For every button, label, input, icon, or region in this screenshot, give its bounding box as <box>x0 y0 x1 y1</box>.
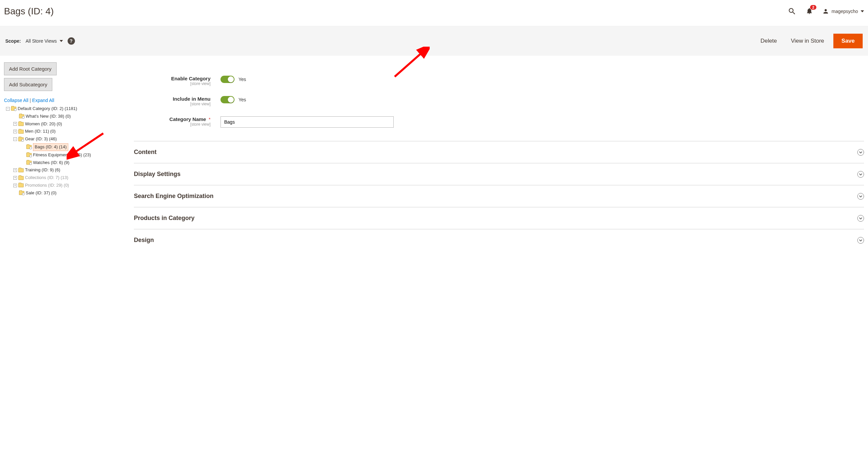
search-icon[interactable] <box>788 7 796 16</box>
expand-all-link[interactable]: Expand All <box>32 98 54 103</box>
tree-node-training[interactable]: + Training (ID: 9) (6) <box>13 166 127 174</box>
tree-node-bags[interactable]: Bags (ID: 4) (14) <box>21 143 127 151</box>
tree-node-whats-new[interactable]: What's New (ID: 38) (0) <box>13 113 127 120</box>
tree-node-gear[interactable]: − Gear (ID: 3) (46) <box>13 135 127 143</box>
caret-down-icon <box>861 10 864 12</box>
scope-value: All Store Views <box>26 38 57 44</box>
tree-expand-icon[interactable]: + <box>13 168 17 172</box>
fieldset-products-in-category[interactable]: Products in Category <box>134 207 864 229</box>
save-button[interactable]: Save <box>833 34 863 48</box>
folder-icon <box>26 145 32 149</box>
user-icon <box>823 8 829 15</box>
caret-down-icon <box>60 40 63 42</box>
view-in-store-button[interactable]: View in Store <box>786 35 829 47</box>
fieldset-display-settings[interactable]: Display Settings <box>134 163 864 185</box>
category-name-label: Category Name <box>169 116 206 122</box>
tree-node-sale[interactable]: Sale (ID: 37) (0) <box>13 189 127 197</box>
folder-icon <box>26 161 32 165</box>
chevron-down-icon <box>857 215 864 222</box>
tree-expand-icon[interactable]: + <box>13 122 17 126</box>
folder-icon <box>26 153 32 157</box>
username: magepsycho <box>832 9 858 14</box>
action-bar: Scope: All Store Views ? Delete View in … <box>0 26 868 56</box>
tree-node-default-category[interactable]: − Default Category (ID: 2) (1181) <box>6 105 127 113</box>
folder-icon <box>18 168 24 172</box>
tree-expand-icon[interactable]: + <box>13 130 17 133</box>
folder-icon <box>19 191 24 195</box>
add-subcategory-button[interactable]: Add Subcategory <box>4 78 52 91</box>
tree-node-men[interactable]: + Men (ID: 11) (0) <box>13 128 127 135</box>
add-root-category-button[interactable]: Add Root Category <box>4 62 57 75</box>
chevron-down-icon <box>857 193 864 200</box>
chevron-down-icon <box>857 149 864 156</box>
field-enable-category: Enable Category [store view] Yes <box>134 76 407 86</box>
tree-collapse-icon[interactable]: − <box>13 137 17 141</box>
page-header: Bags (ID: 4) 2 magepsycho <box>0 0 868 26</box>
sidebar: Add Root Category Add Subcategory Collap… <box>4 62 127 251</box>
tree-node-promotions[interactable]: + Promotions (ID: 29) (0) <box>13 182 127 189</box>
include-in-menu-toggle[interactable] <box>220 96 235 103</box>
fieldset-seo[interactable]: Search Engine Optimization <box>134 185 864 207</box>
collapse-all-link[interactable]: Collapse All <box>4 98 28 103</box>
tree-expand-icon[interactable]: + <box>13 176 17 180</box>
include-in-menu-label: Include in Menu <box>134 96 211 102</box>
folder-icon <box>18 122 24 126</box>
field-include-in-menu: Include in Menu [store view] Yes <box>134 96 407 106</box>
tree-controls: Collapse All | Expand All <box>4 98 127 103</box>
scope-label: Scope: <box>5 38 21 44</box>
tree-expand-icon[interactable]: + <box>13 184 17 187</box>
fieldset-design[interactable]: Design <box>134 229 864 251</box>
enable-category-label: Enable Category <box>134 76 211 81</box>
folder-icon <box>18 183 24 187</box>
category-name-input[interactable] <box>220 116 394 128</box>
fieldset-content[interactable]: Content <box>134 141 864 163</box>
notifications-button[interactable]: 2 <box>806 7 813 16</box>
folder-icon <box>18 137 24 141</box>
chevron-down-icon <box>857 171 864 178</box>
delete-button[interactable]: Delete <box>756 35 781 47</box>
user-menu[interactable]: magepsycho <box>823 8 864 15</box>
scope-selector[interactable]: All Store Views <box>26 38 63 44</box>
folder-icon <box>19 114 24 118</box>
folder-icon <box>18 176 24 180</box>
required-indicator: * <box>209 117 211 122</box>
tree-collapse-icon[interactable]: − <box>6 107 10 111</box>
folder-icon <box>18 130 24 134</box>
folder-icon <box>11 107 16 111</box>
field-category-name: Category Name * [store view] <box>134 116 407 128</box>
tree-node-fitness-equipment[interactable]: Fitness Equipment (ID: 5) (23) <box>21 151 127 159</box>
chevron-down-icon <box>857 237 864 244</box>
notification-badge: 2 <box>810 5 816 10</box>
help-icon[interactable]: ? <box>68 37 75 45</box>
category-tree: − Default Category (ID: 2) (1181) What's… <box>6 105 127 197</box>
tree-node-women[interactable]: + Women (ID: 20) (0) <box>13 120 127 128</box>
tree-node-collections[interactable]: + Collections (ID: 7) (13) <box>13 174 127 182</box>
page-title: Bags (ID: 4) <box>4 6 54 17</box>
tree-node-watches[interactable]: Watches (ID: 6) (9) <box>21 159 127 167</box>
enable-category-toggle[interactable] <box>220 76 235 83</box>
main-form: Enable Category [store view] Yes Include… <box>127 62 864 251</box>
header-actions: 2 magepsycho <box>788 7 864 16</box>
